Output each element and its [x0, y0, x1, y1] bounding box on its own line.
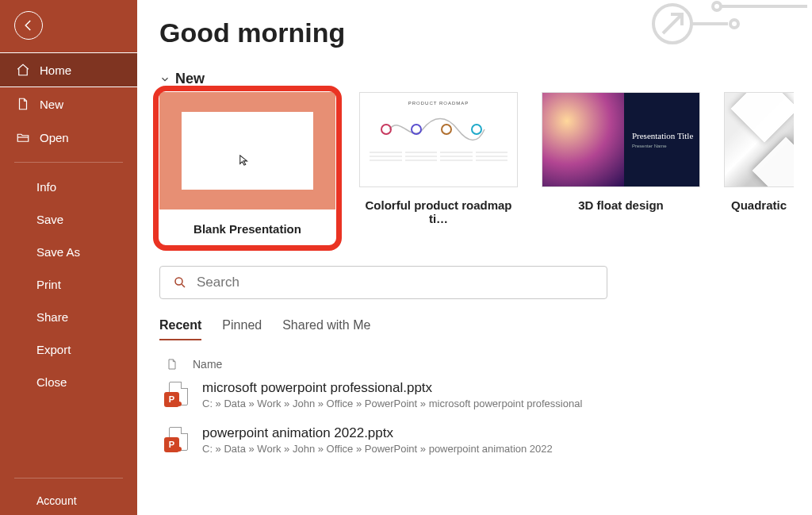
back-arrow-icon	[21, 18, 36, 33]
thumb-subtitle: Presenter Name	[632, 144, 699, 148]
sidebar-item-home[interactable]: Home	[0, 52, 137, 87]
templates-row: Blank Presentation PRODUCT ROADMAP Color…	[159, 92, 790, 236]
recent-file-name: powerpoint animation 2022.pptx	[202, 425, 553, 441]
recent-table-header: Name	[159, 356, 790, 372]
sidebar-item-close[interactable]: Close	[0, 366, 137, 398]
recent-tabs: Recent Pinned Shared with Me	[159, 318, 790, 340]
template-quadratic[interactable]: Quadratic	[724, 92, 794, 236]
template-thumbnail: Presentation Title Presenter Name	[542, 92, 700, 187]
backstage-sidebar: Home New Open Info Save Save As Print Sh…	[0, 0, 137, 515]
sidebar-item-label: Open	[40, 131, 69, 144]
new-file-icon	[16, 97, 30, 111]
sidebar-bottom: Account	[0, 470, 137, 515]
sidebar-item-label: Home	[40, 63, 71, 77]
powerpoint-file-icon: P	[166, 427, 188, 454]
search-input[interactable]	[197, 275, 594, 290]
template-blank-presentation[interactable]: Blank Presentation	[159, 92, 335, 236]
sidebar-item-share[interactable]: Share	[0, 301, 137, 333]
svg-point-1	[730, 20, 738, 28]
cursor-icon	[239, 155, 250, 166]
recent-file-name: microsoft powerpoint professional.pptx	[202, 380, 582, 396]
powerpoint-file-icon: P	[166, 382, 188, 409]
sidebar-item-label: Close	[36, 375, 67, 389]
template-thumbnail	[159, 92, 335, 209]
sidebar-item-save[interactable]: Save	[0, 203, 137, 236]
sidebar-item-label: Save As	[36, 245, 80, 259]
sidebar-divider	[14, 478, 123, 478]
tab-pinned[interactable]: Pinned	[222, 318, 262, 340]
template-thumbnail	[724, 92, 794, 187]
recent-file-path: C: » Data » Work » John » Office » Power…	[202, 443, 553, 455]
sidebar-item-label: Export	[36, 343, 71, 356]
folder-open-icon	[16, 130, 30, 144]
template-label: Quadratic	[731, 198, 787, 212]
template-3d-float[interactable]: Presentation Title Presenter Name 3D flo…	[542, 92, 700, 236]
tab-recent[interactable]: Recent	[159, 318, 201, 340]
file-icon	[166, 356, 178, 372]
sidebar-item-label: Print	[36, 278, 61, 291]
column-name: Name	[193, 358, 222, 371]
search-icon	[173, 275, 187, 290]
sidebar-item-export[interactable]: Export	[0, 333, 137, 366]
sidebar-divider	[14, 162, 123, 163]
sidebar-item-label: Save	[36, 213, 63, 226]
template-thumbnail: PRODUCT ROADMAP	[359, 92, 518, 187]
home-icon	[16, 63, 30, 77]
recent-file-row[interactable]: P microsoft powerpoint professional.pptx…	[159, 372, 790, 417]
decorative-circuit-icon	[641, 0, 812, 60]
search-box[interactable]	[159, 266, 607, 299]
template-label: Blank Presentation	[193, 222, 301, 236]
sidebar-item-label: New	[40, 98, 63, 111]
svg-point-2	[713, 2, 721, 10]
new-section-label: New	[175, 71, 205, 87]
sidebar-item-new[interactable]: New	[0, 87, 137, 121]
sidebar-item-open[interactable]: Open	[0, 121, 137, 154]
svg-point-3	[175, 278, 182, 285]
template-roadmap[interactable]: PRODUCT ROADMAP Colorful product roadmap…	[359, 92, 518, 236]
sidebar-item-print[interactable]: Print	[0, 268, 137, 301]
sidebar-item-info[interactable]: Info	[0, 171, 137, 203]
thumb-title: PRODUCT ROADMAP	[370, 101, 508, 106]
sidebar-item-save-as[interactable]: Save As	[0, 236, 137, 268]
thumb-title: Presentation Title	[632, 131, 699, 141]
back-button[interactable]	[14, 11, 43, 40]
chevron-down-icon	[159, 74, 170, 85]
new-section-toggle[interactable]: New	[159, 71, 790, 87]
recent-file-row[interactable]: P powerpoint animation 2022.pptx C: » Da…	[159, 417, 790, 463]
main-panel: Good morning New Blank Presentation	[137, 0, 812, 515]
recent-file-path: C: » Data » Work » John » Office » Power…	[202, 398, 582, 409]
tab-shared[interactable]: Shared with Me	[282, 318, 370, 340]
template-label: Colorful product roadmap ti…	[359, 198, 518, 225]
template-label: 3D float design	[578, 198, 664, 212]
sidebar-item-account[interactable]: Account	[0, 486, 137, 512]
sidebar-item-label: Share	[36, 310, 68, 324]
sidebar-item-label: Info	[36, 180, 56, 194]
sidebar-item-label: Account	[36, 494, 77, 507]
